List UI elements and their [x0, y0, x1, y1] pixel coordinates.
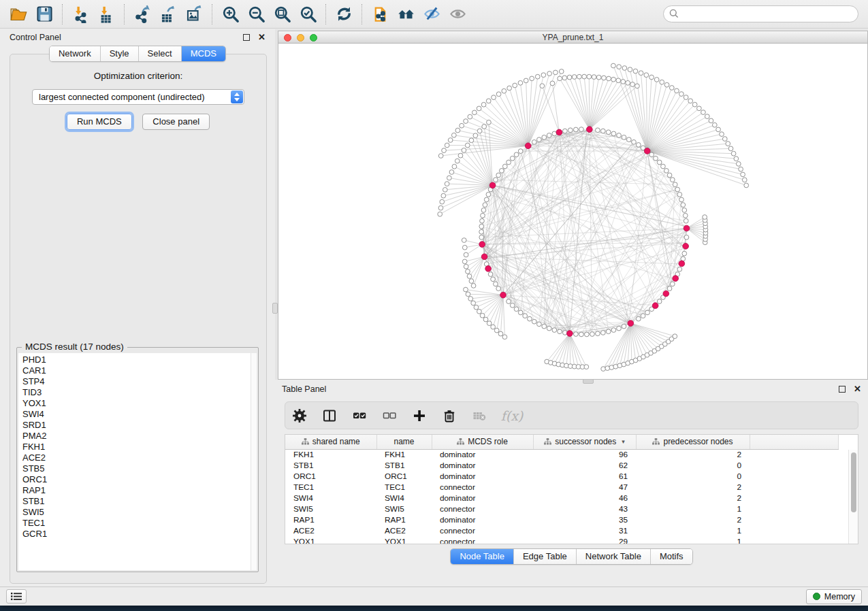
cell-successor_nodes[interactable]: 43	[533, 503, 636, 514]
cell-successor_nodes[interactable]: 62	[533, 460, 636, 471]
mcds-node-item[interactable]: ORC1	[22, 474, 257, 485]
table-tab-network-table[interactable]: Network Table	[576, 549, 650, 564]
mcds-node[interactable]	[485, 265, 492, 271]
mcds-node-item[interactable]: YOX1	[22, 398, 257, 409]
table-row[interactable]: STB1STB1dominator620	[285, 460, 838, 471]
mcds-node-item[interactable]: GCR1	[22, 529, 257, 540]
cell-mcds_role[interactable]: connector	[432, 536, 533, 544]
mcds-node[interactable]	[481, 254, 487, 260]
cell-successor_nodes[interactable]: 47	[533, 482, 636, 493]
function-button[interactable]: f(x)	[502, 408, 525, 423]
mcds-node[interactable]	[525, 143, 531, 149]
cell-mcds_role[interactable]: dominator	[432, 471, 533, 482]
cell-shared_name[interactable]: ORC1	[285, 471, 376, 482]
table-row[interactable]: SWI4SWI4dominator462	[285, 493, 838, 503]
network-canvas[interactable]	[278, 44, 867, 379]
export-network-button[interactable]	[129, 2, 155, 27]
float-table-panel-icon[interactable]	[839, 386, 846, 393]
column-header-predecessor-nodes[interactable]: predecessor nodes	[636, 435, 750, 449]
cell-name[interactable]: STB1	[376, 460, 432, 471]
cell-mcds_role[interactable]: connector	[432, 503, 533, 514]
unchecked-boxes-button[interactable]	[382, 408, 397, 423]
table-scrollbar[interactable]	[848, 450, 858, 544]
cell-shared_name[interactable]: RAP1	[285, 514, 376, 525]
zoom-window-icon[interactable]	[310, 34, 317, 42]
close-table-panel-icon[interactable]: ✕	[854, 386, 861, 393]
tab-mcds[interactable]: MCDS	[181, 46, 225, 61]
column-header-name[interactable]: name	[376, 435, 432, 449]
mcds-node[interactable]	[566, 331, 573, 337]
open-button[interactable]	[5, 2, 31, 27]
cell-predecessor_nodes[interactable]: 0	[636, 471, 750, 482]
close-panel-button[interactable]: Close panel	[142, 114, 210, 130]
mcds-node[interactable]	[586, 127, 592, 133]
table-delete-button[interactable]	[472, 408, 487, 423]
save-button[interactable]	[31, 2, 57, 27]
run-mcds-button[interactable]: Run MCDS	[67, 114, 132, 130]
cell-predecessor_nodes[interactable]: 2	[636, 482, 750, 493]
close-panel-icon[interactable]: ✕	[258, 34, 266, 41]
zoom-selected-button[interactable]	[295, 2, 321, 27]
cell-predecessor_nodes[interactable]: 1	[636, 525, 750, 536]
mcds-node[interactable]	[684, 225, 690, 231]
export-table-button[interactable]	[155, 2, 181, 27]
table-scrollbar-thumb[interactable]	[851, 452, 856, 512]
share-document-button[interactable]	[367, 2, 393, 27]
network-window-titlebar[interactable]: YPA_prune.txt_1	[278, 31, 867, 44]
column-header-successor-nodes[interactable]: successor nodes▾	[533, 435, 636, 449]
cell-successor_nodes[interactable]: 29	[533, 536, 636, 544]
float-window-icon[interactable]	[243, 34, 250, 41]
cell-mcds_role[interactable]: connector	[432, 482, 533, 493]
cell-name[interactable]: SWI5	[376, 503, 432, 514]
mcds-node[interactable]	[663, 291, 669, 297]
export-image-button[interactable]	[181, 2, 207, 27]
table-tab-motifs[interactable]: Motifs	[650, 549, 692, 564]
mcds-node[interactable]	[556, 129, 562, 135]
mcds-result-list[interactable]: PHD1CAR1STP4TID3YOX1SWI4SRD1PMA2FKH1ACE2…	[18, 353, 257, 570]
gear-button[interactable]	[292, 408, 307, 423]
mcds-node-item[interactable]: SWI5	[22, 507, 257, 518]
cell-name[interactable]: TEC1	[376, 482, 432, 493]
mcds-node[interactable]	[500, 292, 507, 298]
cell-mcds_role[interactable]: dominator	[432, 449, 533, 460]
cell-successor_nodes[interactable]: 46	[533, 493, 636, 503]
show-details-button[interactable]	[445, 2, 470, 27]
mcds-node-item[interactable]: SRD1	[22, 420, 257, 431]
cell-successor_nodes[interactable]: 35	[533, 514, 636, 525]
columns-button[interactable]	[322, 408, 337, 423]
zoom-fit-button[interactable]	[269, 2, 295, 27]
cell-shared_name[interactable]: FKH1	[285, 449, 376, 460]
cell-successor_nodes[interactable]: 96	[533, 449, 636, 460]
tab-select[interactable]: Select	[138, 46, 181, 61]
minimize-window-icon[interactable]	[297, 34, 304, 42]
cell-shared_name[interactable]: SWI4	[285, 493, 376, 503]
cell-mcds_role[interactable]: dominator	[432, 514, 533, 525]
mcds-node-item[interactable]: PMA2	[22, 431, 257, 442]
vertical-splitter-handle[interactable]	[272, 303, 278, 314]
tab-network[interactable]: Network	[50, 46, 100, 61]
mcds-node[interactable]	[628, 320, 634, 327]
cell-successor_nodes[interactable]: 31	[533, 525, 636, 536]
cell-name[interactable]: ORC1	[376, 471, 432, 482]
cell-predecessor_nodes[interactable]: 2	[636, 449, 750, 460]
table-row[interactable]: RAP1RAP1dominator352	[285, 514, 838, 525]
column-header-MCDS-role[interactable]: MCDS role	[432, 435, 533, 449]
mcds-node[interactable]	[652, 303, 658, 309]
mcds-node[interactable]	[479, 242, 485, 248]
cell-shared_name[interactable]: ACE2	[285, 525, 376, 536]
hide-details-button[interactable]	[419, 2, 445, 27]
memory-button[interactable]: Memory	[806, 589, 862, 604]
cell-name[interactable]: FKH1	[376, 449, 432, 460]
refresh-button[interactable]	[331, 2, 357, 27]
overview-button[interactable]	[393, 2, 419, 27]
table-tab-node-table[interactable]: Node Table	[451, 549, 513, 564]
cell-mcds_role[interactable]: dominator	[432, 460, 533, 471]
cell-predecessor_nodes[interactable]: 1	[636, 536, 750, 544]
table-row[interactable]: SWI5SWI5connector431	[285, 503, 838, 514]
table-tab-edge-table[interactable]: Edge Table	[513, 549, 576, 564]
mcds-node[interactable]	[673, 276, 679, 282]
cell-shared_name[interactable]: TEC1	[285, 482, 376, 493]
import-table-button[interactable]	[93, 2, 119, 27]
mcds-node-item[interactable]: STB1	[22, 496, 257, 507]
horizontal-splitter-handle[interactable]	[583, 379, 594, 384]
